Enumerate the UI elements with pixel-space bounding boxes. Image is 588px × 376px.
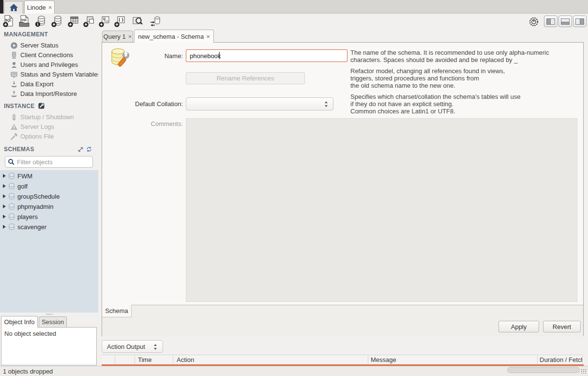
schemas-section-title: SCHEMAS	[4, 146, 34, 153]
rename-references-button[interactable]: Rename References	[186, 72, 305, 84]
tab-label: Object Info	[4, 318, 35, 326]
collation-help-line: if they do not have an explicit setting.	[350, 100, 582, 108]
schema-row-groupschedule[interactable]: groupSchedule	[0, 191, 98, 202]
sidebar-item-server-logs[interactable]: Server Logs	[0, 122, 98, 132]
schema-row-phpmyadmin[interactable]: phpmyadmin	[0, 202, 98, 212]
refresh-schemas-icon[interactable]	[86, 146, 92, 153]
sql-badge: SQL	[5, 18, 12, 22]
column-header-message: Message	[371, 355, 535, 364]
default-collation-select[interactable]	[186, 97, 333, 110]
sidebar-item-label: Server Status	[20, 41, 59, 50]
toggle-output-area-button[interactable]	[558, 16, 572, 27]
sidebar-item-label: Data Import/Restore	[20, 89, 77, 99]
schema-name-input[interactable]	[186, 49, 347, 62]
options-file-icon	[10, 133, 18, 141]
home-icon	[9, 3, 18, 12]
open-sql-script-icon[interactable]: SQL	[18, 15, 30, 28]
schema-row-players[interactable]: players	[0, 212, 98, 222]
status-text: 1 objects dropped	[3, 368, 53, 375]
expander-icon[interactable]	[3, 225, 6, 229]
sidebar-item-status-system-variables[interactable]: Status and System Variables	[0, 70, 98, 79]
expander-icon[interactable]	[3, 215, 6, 219]
sidebar-item-label: Users and Privileges	[20, 60, 78, 70]
tab-query-1[interactable]: Query 1 ×	[102, 31, 133, 43]
schema-filter-input[interactable]	[17, 157, 90, 166]
expander-icon[interactable]	[3, 194, 6, 198]
expand-schemas-icon[interactable]	[77, 146, 84, 153]
output-selector-value: Action Output	[107, 343, 145, 350]
button-label: Rename References	[216, 75, 274, 82]
new-sql-tab-icon[interactable]: SQL	[2, 15, 15, 28]
mysql-workbench-window: Linode × SQL SQL	[0, 0, 588, 376]
schema-inspector-icon[interactable]	[34, 15, 47, 28]
data-import-icon	[10, 90, 18, 98]
sidebar-item-data-export[interactable]: Data Export	[0, 79, 98, 89]
revert-button[interactable]: Revert	[543, 321, 581, 332]
tab-session[interactable]: Session	[39, 316, 67, 328]
create-schema-icon[interactable]	[51, 15, 63, 28]
sidebar-item-data-import[interactable]: Data Import/Restore	[0, 89, 98, 99]
close-icon[interactable]: ×	[48, 4, 52, 11]
search-table-data-icon[interactable]	[131, 15, 144, 28]
column-header-action: Action	[177, 355, 365, 364]
left-panel-icon	[546, 18, 555, 25]
expander-icon[interactable]	[3, 174, 6, 178]
schema-row-fwm[interactable]: FWM	[0, 171, 98, 181]
name-help-line: characters. Spaces should be avoided and…	[350, 56, 582, 63]
text-caret	[219, 52, 220, 59]
button-label: Apply	[511, 323, 527, 330]
comments-textarea[interactable]	[186, 118, 577, 302]
spinner-icon	[325, 101, 328, 107]
connection-tab-linode[interactable]: Linode ×	[24, 0, 55, 14]
startup-shutdown-icon	[10, 113, 18, 121]
comments-label: Comments:	[117, 120, 183, 127]
close-icon[interactable]: ×	[206, 33, 210, 40]
status-bar	[0, 366, 588, 376]
sidebar-item-server-status[interactable]: Server Status	[0, 41, 98, 50]
button-label: Revert	[553, 323, 571, 330]
create-procedure-icon[interactable]	[98, 15, 111, 28]
schema-icon	[8, 223, 15, 231]
apply-button[interactable]: Apply	[498, 321, 539, 332]
collation-label: Default Collation:	[117, 100, 183, 108]
tab-new-schema[interactable]: new_schema - Schema ×	[134, 30, 214, 43]
toggle-right-sidebar-button[interactable]	[573, 16, 587, 27]
resize-grip[interactable]	[581, 369, 587, 374]
tab-label: new_schema - Schema	[138, 33, 204, 40]
tab-object-info[interactable]: Object Info	[1, 316, 38, 328]
schema-editor-panel: Name: The name of the schema. It is reco…	[102, 42, 584, 336]
close-icon[interactable]: ×	[128, 33, 132, 40]
collation-help-line: Specifies which charset/collation the sc…	[350, 93, 582, 100]
sidebar-item-label: Client Connections	[20, 50, 73, 60]
horizontal-scrollbar-thumb[interactable]	[507, 367, 580, 373]
sidebar-item-startup-shutdown[interactable]: Startup / Shutdown	[0, 112, 98, 122]
toggle-left-sidebar-button[interactable]	[544, 16, 558, 27]
expander-icon[interactable]	[3, 204, 6, 208]
output-selector[interactable]: Action Output	[102, 340, 163, 353]
sidebar-item-label: Server Logs	[20, 122, 54, 132]
schema-row-golf[interactable]: golf	[0, 181, 98, 191]
tab-schema-bottom[interactable]: Schema	[102, 305, 132, 317]
server-logs-icon	[10, 123, 18, 131]
schema-icon	[8, 193, 15, 200]
create-table-icon[interactable]	[67, 15, 80, 28]
right-panel-icon	[575, 18, 584, 25]
expander-icon[interactable]	[3, 184, 6, 188]
reconnect-dbms-icon[interactable]	[149, 15, 161, 28]
schema-name: phpmyadmin	[17, 202, 53, 212]
create-view-icon[interactable]	[83, 15, 95, 28]
sidebar-item-options-file[interactable]: Options File	[0, 132, 98, 141]
schema-name: players	[17, 212, 38, 222]
sidebar-item-label: Data Export	[20, 79, 54, 89]
schema-row-scavenger[interactable]: scavenger	[0, 222, 98, 232]
instance-tools-icon	[38, 103, 45, 109]
data-export-icon	[10, 80, 18, 88]
column-header-time: Time	[138, 355, 172, 364]
sidebar-splitter[interactable]	[46, 313, 53, 315]
home-tab[interactable]	[4, 1, 23, 14]
schema-icon	[8, 203, 15, 210]
sidebar-item-client-connections[interactable]: Client Connections	[0, 50, 98, 60]
rename-help-line: the old schema name to the new one.	[350, 82, 582, 89]
sidebar-item-users-privileges[interactable]: Users and Privileges	[0, 60, 98, 70]
create-function-icon[interactable]	[114, 15, 126, 28]
